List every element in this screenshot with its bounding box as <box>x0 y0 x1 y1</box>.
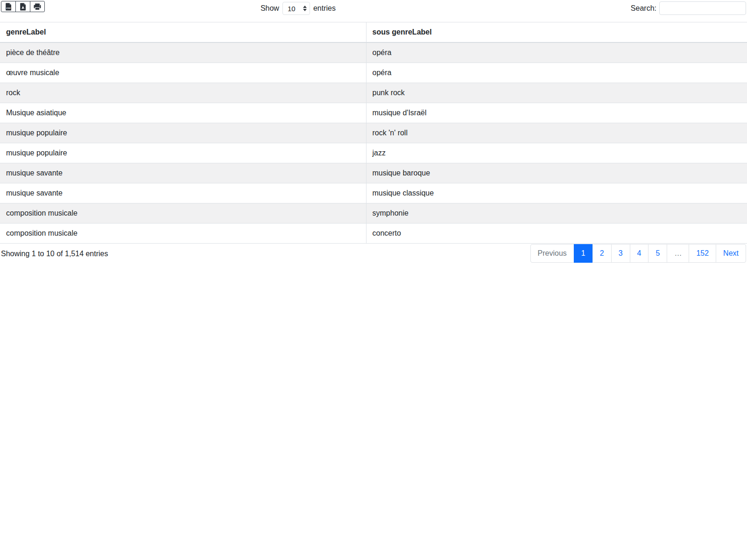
table-row: rock punk rock <box>0 83 747 103</box>
sous-genre-cell: musique d'Israël <box>366 103 747 123</box>
table-row: composition musicale concerto <box>0 224 747 244</box>
table-row: pièce de théâtre opéra <box>0 42 747 63</box>
pagination-item[interactable]: 2 <box>593 244 612 263</box>
genre-cell: rock <box>0 83 366 103</box>
table-toolbar: csv Sho <box>0 0 747 21</box>
column-header-genrelabel[interactable]: genreLabel <box>0 22 366 43</box>
genre-cell: Musique asiatique <box>0 103 366 123</box>
search-area: Search: <box>631 1 746 15</box>
sous-genre-cell: musique classique <box>366 183 747 203</box>
pagination-item[interactable]: 4 <box>630 244 649 263</box>
column-header-sous-genrelabel[interactable]: sous genreLabel <box>366 22 747 43</box>
pagination-link[interactable]: 2 <box>592 244 612 263</box>
csv-file-icon: csv <box>6 3 12 11</box>
pdf-export-button[interactable] <box>15 1 30 12</box>
sous-genre-cell: opéra <box>366 42 747 63</box>
table-row: Musique asiatique musique d'Israël <box>0 103 747 123</box>
genre-cell: musique populaire <box>0 123 366 143</box>
table-row: musique savante musique baroque <box>0 163 747 183</box>
table-row: musique populaire rock 'n' roll <box>0 123 747 143</box>
csv-export-button[interactable]: csv <box>1 1 16 12</box>
genre-cell: musique savante <box>0 183 366 203</box>
pagination-link: Previous <box>530 244 574 263</box>
sous-genre-cell: opéra <box>366 63 747 83</box>
pagination-link[interactable]: Next <box>716 244 746 263</box>
pagination-item[interactable]: 3 <box>612 244 630 263</box>
pagination-item[interactable]: 1 <box>574 244 593 263</box>
svg-text:csv: csv <box>6 7 11 9</box>
table-row: œuvre musicale opéra <box>0 63 747 83</box>
pagination-link[interactable]: 152 <box>689 244 716 263</box>
printer-icon <box>34 3 41 10</box>
length-menu: Show 10 entries <box>261 2 336 15</box>
pagination-item[interactable]: Next <box>716 244 746 263</box>
pagination-link[interactable]: 5 <box>648 244 667 263</box>
sous-genre-cell: musique baroque <box>366 163 747 183</box>
genre-cell: musique populaire <box>0 143 366 163</box>
genre-cell: composition musicale <box>0 224 366 244</box>
search-input[interactable] <box>659 1 746 15</box>
table-row: composition musicale symphonie <box>0 203 747 224</box>
export-button-group: csv <box>1 1 45 12</box>
table-row: musique savante musique classique <box>0 183 747 203</box>
pdf-file-icon <box>20 3 26 11</box>
sous-genre-cell: jazz <box>366 143 747 163</box>
length-show-label: Show <box>261 4 279 13</box>
genre-cell: œuvre musicale <box>0 63 366 83</box>
pagination-item: Previous <box>530 244 574 263</box>
pagination-link[interactable]: 3 <box>611 244 630 263</box>
pagination-link: … <box>667 244 689 263</box>
pagination-link[interactable]: 1 <box>574 244 593 263</box>
pagination-link[interactable]: 4 <box>630 244 649 263</box>
genre-cell: composition musicale <box>0 203 366 224</box>
genre-cell: pièce de théâtre <box>0 42 366 63</box>
length-entries-label: entries <box>313 4 336 13</box>
sous-genre-cell: punk rock <box>366 83 747 103</box>
pagination: Previous 1 2 3 4 5 … 152 Next <box>530 244 746 263</box>
pagination-item[interactable]: 152 <box>689 244 716 263</box>
table-footer: Showing 1 to 10 of 1,514 entries Previou… <box>0 244 747 263</box>
pagination-item[interactable]: 5 <box>648 244 667 263</box>
genre-table: genreLabel sous genreLabel pièce de théâ… <box>0 22 747 244</box>
table-row: musique populaire jazz <box>0 143 747 163</box>
table-header-row: genreLabel sous genreLabel <box>0 22 747 43</box>
table-info: Showing 1 to 10 of 1,514 entries <box>1 244 108 258</box>
pagination-item: … <box>667 244 689 263</box>
page-length-select[interactable]: 10 <box>282 2 310 15</box>
sous-genre-cell: concerto <box>366 224 747 244</box>
genre-cell: musique savante <box>0 163 366 183</box>
print-button[interactable] <box>30 1 45 12</box>
search-label: Search: <box>631 4 656 13</box>
sous-genre-cell: symphonie <box>366 203 747 224</box>
sous-genre-cell: rock 'n' roll <box>366 123 747 143</box>
